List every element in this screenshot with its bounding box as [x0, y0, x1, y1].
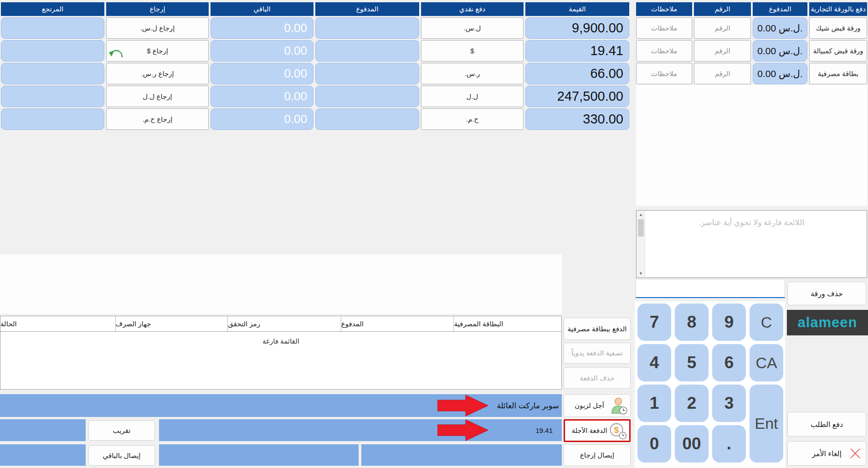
round-button[interactable]: تقريب [88, 420, 155, 441]
column-header-paper-paid: المدفوع [753, 2, 807, 16]
numpad: 7 8 9 C 4 5 6 CA 1 2 3 Ent 0 00 . [637, 303, 783, 463]
cancel-order-label: إلغاء الأمر [812, 449, 842, 458]
cash-currency-button[interactable]: ل.س. [421, 17, 524, 39]
cash-payment-table: المرتجع إرجاع الباقي المدفوع دفع نقدي ال… [1, 2, 629, 130]
cancel-x-icon [849, 447, 861, 459]
key-0[interactable]: 0 [637, 425, 671, 463]
deferred-payment-coin-icon: $ [609, 422, 627, 440]
returned-field [1, 63, 104, 84]
value-field[interactable]: 9,900.00 [525, 17, 629, 39]
key-00[interactable]: 00 [675, 425, 709, 463]
return-receipt-button[interactable]: إيصال إرجاع [564, 444, 631, 466]
scroll-up-icon[interactable]: ▲ [637, 211, 645, 218]
delete-paper-button[interactable]: حذف ورقة [787, 282, 866, 305]
key-9[interactable]: 9 [712, 303, 746, 341]
remainder-bar-right[interactable] [361, 444, 562, 466]
settle-payment-manually-button[interactable]: تصفية الدفعة يدوياً [564, 343, 631, 364]
paper-paid-field[interactable]: 0.00 ل.س. [753, 17, 807, 39]
return-currency-button[interactable]: إرجاع ل.س. [106, 17, 209, 39]
scroll-down-icon[interactable]: ▼ [637, 270, 645, 277]
customer-name: سوبر ماركت العائلة [497, 401, 559, 411]
column-header-paper-type: دفع بالورقة التجارية [809, 2, 867, 16]
column-header-returned: المرتجع [1, 2, 104, 16]
key-7[interactable]: 7 [637, 303, 671, 341]
paper-type-button[interactable]: ورقة قبض شيك [809, 17, 867, 39]
paper-type-button[interactable]: ورقة قبض كمبيالة [809, 40, 867, 62]
amount-input[interactable] [636, 279, 785, 298]
remaining-field: 0.00 [211, 108, 313, 130]
cash-currency-button[interactable]: $ [421, 40, 524, 62]
customer-clock-icon [610, 396, 628, 415]
bank-card-table: البطاقة المصرفية المدفوع رمز التحقق جهاز… [0, 316, 562, 390]
cancel-order-button[interactable]: إلغاء الأمر [787, 441, 866, 466]
scrollbar-thumb[interactable] [638, 219, 644, 237]
key-2[interactable]: 2 [675, 385, 709, 422]
remainder-bar-left[interactable] [159, 444, 359, 466]
paid-field[interactable] [315, 63, 419, 84]
paper-number-field[interactable]: الرقم [694, 63, 751, 84]
cash-currency-button[interactable]: ح.م. [421, 108, 524, 130]
column-header-verification-code: رمز التحقق [227, 316, 341, 331]
value-field[interactable]: 247,500.00 [525, 86, 629, 107]
card-payment-panel [0, 254, 562, 314]
red-arrow-annotation-customer [437, 395, 488, 417]
column-header-status: الحالة [0, 316, 115, 331]
paid-field[interactable] [315, 86, 419, 107]
key-3[interactable]: 3 [712, 385, 746, 422]
key-5[interactable]: 5 [675, 344, 709, 381]
delete-payment-button[interactable]: حذف الدفعة [564, 367, 631, 389]
key-4[interactable]: 4 [637, 344, 671, 381]
return-currency-button[interactable]: إرجاع $ [106, 40, 209, 62]
cash-currency-button[interactable]: ل.ل [421, 86, 524, 107]
cash-currency-button[interactable]: ر.س. [421, 63, 524, 84]
key-enter[interactable]: Ent [750, 385, 783, 463]
deferred-amount-row[interactable]: 19.41 [159, 419, 562, 441]
key-6[interactable]: 6 [712, 344, 746, 381]
paper-notes-field[interactable]: ملاحظات [636, 40, 692, 62]
key-8[interactable]: 8 [675, 303, 709, 341]
alameen-logo: alameen [787, 310, 868, 335]
bank-card-table-header: البطاقة المصرفية المدفوع رمز التحقق جهاز… [0, 316, 561, 332]
paper-notes-field[interactable]: ملاحظات [636, 17, 692, 39]
paper-number-field[interactable]: الرقم [694, 17, 751, 39]
key-1[interactable]: 1 [637, 385, 671, 422]
key-clear[interactable]: C [750, 303, 783, 341]
remaining-field: 0.00 [211, 63, 313, 84]
deferred-payment-button[interactable]: الدفعة الآجلة $ [564, 419, 631, 442]
receipt-with-remainder-button[interactable]: إيصال بالباقي [88, 445, 155, 466]
remaining-field: 0.00 [211, 17, 313, 39]
column-header-value: القيمة [525, 2, 629, 16]
remainder-value-field[interactable] [0, 444, 86, 466]
green-curved-arrow-annotation [109, 47, 123, 59]
deferred-payment-label: الدفعة الآجلة [571, 427, 607, 435]
key-clear-all[interactable]: CA [750, 344, 783, 381]
key-dot[interactable]: . [712, 425, 746, 463]
paper-number-field[interactable]: الرقم [694, 40, 751, 62]
value-field[interactable]: 66.00 [525, 63, 629, 84]
returned-field [1, 40, 104, 62]
paid-field[interactable] [315, 108, 419, 130]
paper-paid-field[interactable]: 0.00 ل.س. [753, 40, 807, 62]
paper-type-button[interactable]: بطاقة مصرفية [809, 63, 867, 84]
paper-list[interactable]: ▲ ▼ اللائحة فارغة ولا تحوي أية عناصر. [636, 210, 867, 278]
paid-field[interactable] [315, 40, 419, 62]
defer-to-customer-label: آجل لزبون [575, 401, 604, 410]
return-currency-button[interactable]: إرجاع ح.م. [106, 108, 209, 130]
paper-notes-field[interactable]: ملاحظات [636, 63, 692, 84]
value-field[interactable]: 19.41 [525, 40, 629, 62]
paper-details-panel [636, 85, 867, 206]
pay-by-bank-card-button[interactable]: الدفع ببطاقة مصرفية [564, 318, 631, 340]
column-header-remaining: الباقي [211, 2, 313, 16]
pay-order-button[interactable]: دفع الطلب [787, 412, 866, 437]
column-header-bank-card: البطاقة المصرفية [453, 316, 561, 331]
returned-field [1, 17, 104, 39]
paper-list-scrollbar[interactable]: ▲ ▼ [637, 211, 645, 277]
paper-paid-field[interactable]: 0.00 ل.س. [753, 63, 807, 84]
round-value-field[interactable] [0, 419, 86, 441]
paid-field[interactable] [315, 17, 419, 39]
return-currency-button[interactable]: إرجاع ل.ل [106, 86, 209, 107]
defer-to-customer-button[interactable]: آجل لزبون [564, 394, 631, 417]
remaining-field: 0.00 [211, 86, 313, 107]
return-currency-button[interactable]: إرجاع ر.س. [106, 63, 209, 84]
value-field[interactable]: 330.00 [525, 108, 629, 130]
